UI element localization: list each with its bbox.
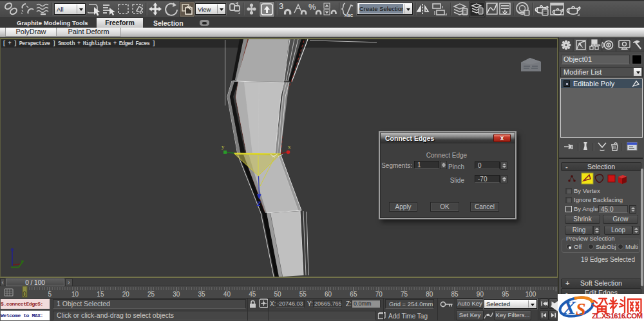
svg-text:0: 0 [23,291,26,298]
svg-text:S: S [576,299,586,319]
svg-text:75: 75 [401,291,408,298]
svg-text:80: 80 [426,291,433,298]
svg-text:100: 100 [526,291,536,298]
svg-text:25: 25 [147,291,155,298]
svg-text:y: y [222,143,225,150]
svg-text:85: 85 [451,291,459,298]
svg-text:65: 65 [350,291,357,298]
svg-text:5: 5 [48,291,52,298]
svg-text:35: 35 [198,291,206,298]
svg-text:3: 3 [279,1,283,11]
svg-text:95: 95 [502,291,509,298]
svg-text:70: 70 [375,291,383,298]
svg-text:ZL.XS1616.COM: ZL.XS1616.COM [592,312,643,320]
svg-text:X: X [562,297,576,318]
svg-text:60: 60 [325,291,332,298]
svg-text:55: 55 [299,291,307,298]
svg-text:15: 15 [97,291,104,298]
svg-text:ABC: ABC [345,14,354,17]
svg-text:30: 30 [173,291,180,298]
svg-text:10: 10 [71,291,79,298]
svg-text:50: 50 [274,291,281,298]
svg-text:90: 90 [477,291,484,298]
svg-text:x: x [288,143,291,150]
svg-text:20: 20 [122,291,130,298]
svg-text:40: 40 [223,291,231,298]
svg-text:45: 45 [249,291,256,298]
svg-text:%: % [308,2,316,12]
